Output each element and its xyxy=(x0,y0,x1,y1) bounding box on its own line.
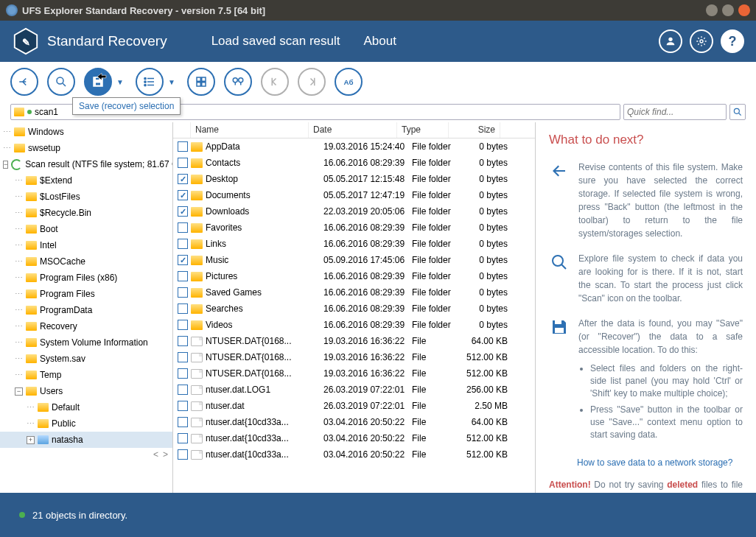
quick-find-input[interactable] xyxy=(627,107,723,117)
svg-text:✎: ✎ xyxy=(22,37,30,48)
row-checkbox[interactable] xyxy=(178,239,188,249)
tree-item[interactable]: ⋯Intel xyxy=(0,237,172,253)
file-row[interactable]: NTUSER.DAT{0168...19.03.2016 16:36:22Fil… xyxy=(173,333,535,349)
column-name[interactable]: Name xyxy=(191,122,309,138)
help-icon[interactable]: ? xyxy=(721,29,744,53)
row-checkbox[interactable] xyxy=(178,271,188,281)
file-row[interactable]: Documents05.05.2017 12:47:19File folder0… xyxy=(173,187,535,203)
file-row[interactable]: Music05.09.2016 17:45:06File folder0 byt… xyxy=(173,252,535,268)
list-mode-dropdown-arrow[interactable]: ▼ xyxy=(165,75,178,89)
row-checkbox[interactable] xyxy=(178,336,188,346)
collapse-icon[interactable]: − xyxy=(3,161,8,169)
file-row[interactable]: Contacts16.06.2016 08:29:39File folder0 … xyxy=(173,155,535,171)
minimize-button[interactable] xyxy=(706,4,718,16)
file-row[interactable]: ntuser.dat.LOG126.03.2019 07:22:01File25… xyxy=(173,382,535,398)
row-checkbox[interactable] xyxy=(178,385,188,395)
row-checkbox[interactable] xyxy=(178,368,188,379)
cell-date: 16.06.2016 08:29:39 xyxy=(323,239,412,249)
file-row[interactable]: Downloads22.03.2019 20:05:06File folder0… xyxy=(173,203,535,220)
tree-item[interactable]: ⋯Temp xyxy=(0,367,172,383)
file-row[interactable]: ntuser.dat{10cd33a...03.04.2016 20:50:22… xyxy=(173,430,535,446)
back-button[interactable] xyxy=(10,68,38,96)
tree-item[interactable]: ⋯$Recycle.Bin xyxy=(0,205,172,221)
file-row[interactable]: Searches16.06.2016 08:29:39File folder0 … xyxy=(173,301,535,317)
collapse-icon[interactable]: − xyxy=(15,387,23,396)
file-row[interactable]: NTUSER.DAT{0168...19.03.2016 16:36:22Fil… xyxy=(173,349,535,365)
file-row[interactable]: NTUSER.DAT{0168...19.03.2016 16:36:22Fil… xyxy=(173,365,535,382)
tree-item[interactable]: ⋯System Volume Information xyxy=(0,334,172,351)
scan-button[interactable] xyxy=(47,68,75,96)
row-checkbox[interactable] xyxy=(178,401,188,411)
row-checkbox[interactable] xyxy=(178,449,188,460)
help-link-network[interactable]: How to save data to a network storage? xyxy=(577,457,743,468)
row-checkbox[interactable] xyxy=(178,174,188,184)
gear-icon[interactable] xyxy=(690,29,713,53)
row-checkbox[interactable] xyxy=(178,190,188,200)
row-checkbox[interactable] xyxy=(178,352,188,362)
folder-tree[interactable]: ⋯Windows⋯swsetup−Scan result (NTFS file … xyxy=(0,122,173,493)
expand-icon[interactable]: + xyxy=(27,436,35,444)
tree-item[interactable]: ⋯Windows xyxy=(0,124,172,140)
file-row[interactable]: Desktop05.05.2017 12:15:48File folder0 b… xyxy=(173,171,535,187)
tree-item-label: Recovery xyxy=(40,321,77,331)
grid-button[interactable] xyxy=(187,68,215,96)
file-row[interactable]: AppData19.03.2016 15:24:40File folder0 b… xyxy=(173,138,535,155)
tree-item[interactable]: ⋯Program Files xyxy=(0,286,172,302)
tree-item[interactable]: ⋯Boot xyxy=(0,221,172,237)
file-row[interactable]: Videos16.06.2016 08:29:39File folder0 by… xyxy=(173,317,535,333)
file-row[interactable]: Pictures16.06.2016 08:29:39File folder0 … xyxy=(173,268,535,284)
tree-item[interactable]: −Users xyxy=(0,383,172,399)
tree-item[interactable]: ⋯Recovery xyxy=(0,318,172,334)
file-row[interactable]: ntuser.dat26.03.2019 07:22:01File2.50 MB xyxy=(173,398,535,414)
tree-item[interactable]: ⋯MSOCache xyxy=(0,253,172,270)
quick-find-button[interactable] xyxy=(729,104,746,120)
tree-item[interactable]: ⋯swsetup xyxy=(0,140,172,156)
tree-item[interactable]: ⋯ProgramData xyxy=(0,302,172,318)
save-button[interactable]: Save (recover) selection xyxy=(84,68,112,96)
next-button[interactable] xyxy=(298,68,326,96)
column-size[interactable]: Size xyxy=(449,122,500,138)
tree-item[interactable]: ⋯$LostFiles xyxy=(0,189,172,205)
column-type[interactable]: Type xyxy=(397,122,449,138)
file-icon xyxy=(191,450,203,460)
row-checkbox[interactable] xyxy=(178,222,188,233)
row-checkbox[interactable] xyxy=(178,158,188,168)
file-row[interactable]: ntuser.dat{10cd33a...03.04.2016 20:50:22… xyxy=(173,446,535,463)
encoding-button[interactable]: Аб xyxy=(335,68,363,96)
file-icon xyxy=(191,418,203,427)
save-dropdown-arrow[interactable]: ▼ xyxy=(113,75,127,89)
row-checkbox[interactable] xyxy=(178,255,188,265)
scroll-left-icon[interactable]: < xyxy=(153,449,158,460)
row-checkbox[interactable] xyxy=(178,320,188,330)
file-list-header[interactable]: Name Date Type Size xyxy=(173,122,535,138)
file-row[interactable]: ntuser.dat{10cd33a...03.04.2016 20:50:22… xyxy=(173,414,535,430)
file-row[interactable]: Saved Games16.06.2016 08:29:39File folde… xyxy=(173,284,535,301)
header-link-load[interactable]: Load saved scan result xyxy=(211,34,340,49)
prev-button[interactable] xyxy=(261,68,289,96)
file-row[interactable]: Favorites16.06.2016 08:29:39File folder0… xyxy=(173,220,535,236)
cell-size: 64.00 KB xyxy=(463,336,515,346)
scroll-right-icon[interactable]: > xyxy=(163,449,168,460)
tree-item[interactable]: ⋯Default xyxy=(0,399,172,415)
column-date[interactable]: Date xyxy=(309,122,397,138)
header-link-about[interactable]: About xyxy=(364,34,396,49)
maximize-button[interactable] xyxy=(722,4,734,16)
row-checkbox[interactable] xyxy=(178,141,188,152)
tree-item[interactable]: ⋯$Extend xyxy=(0,172,172,189)
find-button[interactable] xyxy=(224,68,252,96)
row-checkbox[interactable] xyxy=(178,417,188,427)
tree-item[interactable]: ⋯System.sav xyxy=(0,351,172,367)
row-checkbox[interactable] xyxy=(178,287,188,298)
quick-find-box[interactable] xyxy=(623,104,727,120)
tree-item[interactable]: +natasha xyxy=(0,432,172,448)
row-checkbox[interactable] xyxy=(178,303,188,314)
tree-item[interactable]: −Scan result (NTFS file system; 81.67 GB… xyxy=(0,156,172,172)
row-checkbox[interactable] xyxy=(178,206,188,217)
list-mode-button[interactable] xyxy=(136,68,164,96)
tree-item[interactable]: ⋯Public xyxy=(0,415,172,432)
user-icon[interactable] xyxy=(659,29,682,53)
tree-item[interactable]: ⋯Program Files (x86) xyxy=(0,270,172,286)
close-button[interactable] xyxy=(738,4,750,16)
row-checkbox[interactable] xyxy=(178,433,188,443)
file-row[interactable]: Links16.06.2016 08:29:39File folder0 byt… xyxy=(173,236,535,252)
